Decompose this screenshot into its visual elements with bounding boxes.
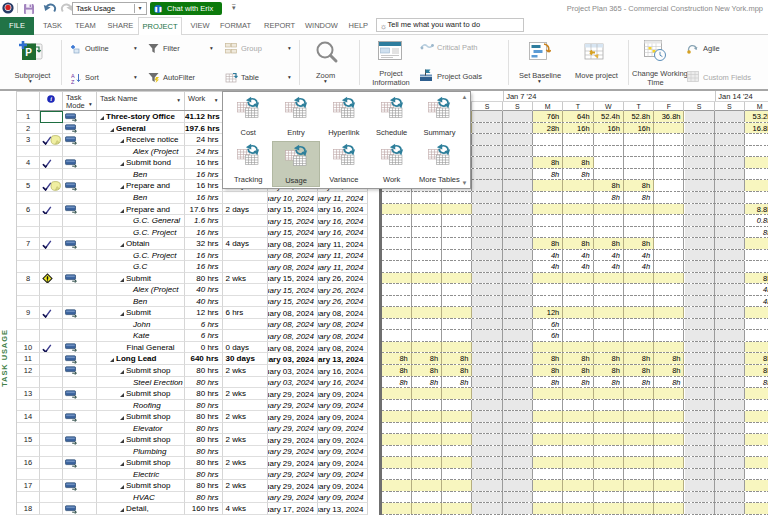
svg-text:P: P (25, 47, 32, 58)
svg-text:Z: Z (71, 79, 75, 85)
svg-text:i: i (50, 95, 52, 102)
